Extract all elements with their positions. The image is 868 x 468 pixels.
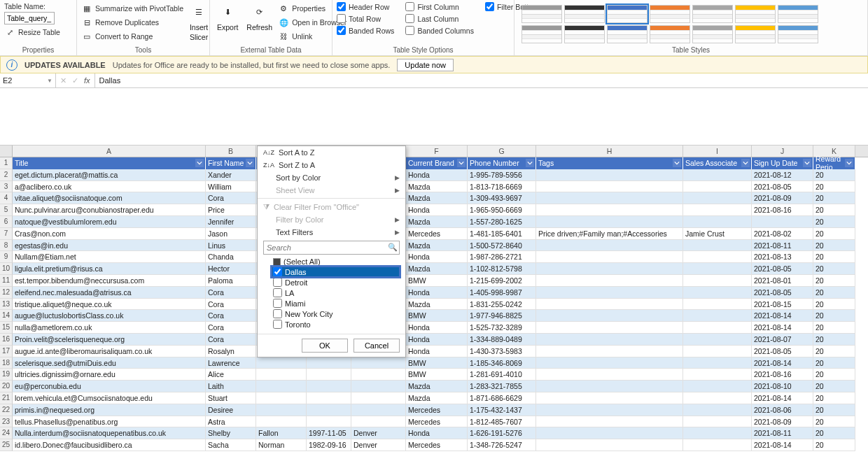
cell[interactable]: lorem.vehicula.et@Cumsociisnatoque.edu <box>13 392 206 404</box>
cell[interactable]: 2021-08-07 <box>752 334 813 346</box>
row-number[interactable]: 18 <box>0 357 13 369</box>
cell[interactable] <box>256 416 307 428</box>
cell[interactable]: Cora <box>206 192 256 204</box>
cell[interactable]: 2021-08-01 <box>752 275 813 287</box>
cell[interactable]: 1-185-346-8069 <box>468 357 536 369</box>
cell[interactable]: Honda <box>406 204 468 216</box>
cell[interactable]: 2021-08-13 <box>752 251 813 263</box>
cell[interactable]: 2021-08-05 <box>752 263 813 275</box>
cell[interactable]: 20 <box>813 181 855 193</box>
cell[interactable]: 2021-08-11 <box>752 240 813 252</box>
cell[interactable] <box>536 322 683 334</box>
cell[interactable]: 1-965-950-6669 <box>468 204 536 216</box>
table-header-cell[interactable]: Reward Perio <box>813 157 855 169</box>
style-swatch[interactable] <box>607 25 648 43</box>
cell[interactable] <box>683 346 752 357</box>
cell[interactable]: 2021-08-05 <box>752 287 813 299</box>
cell[interactable]: BMW <box>406 357 468 369</box>
row-number[interactable]: 12 <box>0 287 13 299</box>
cell[interactable]: Honda <box>406 251 468 263</box>
style-swatch[interactable] <box>650 5 690 23</box>
filter-search[interactable]: 🔍 <box>263 241 400 255</box>
column-header[interactable]: G <box>468 146 536 157</box>
filter-dropdown-icon[interactable] <box>246 159 254 167</box>
filter-dropdown-icon[interactable] <box>195 159 204 167</box>
cell[interactable]: eu@perconubia.edu <box>13 381 206 392</box>
column-header[interactable]: I <box>683 146 752 157</box>
cell[interactable]: ligula.elit.pretium@risus.ca <box>13 263 206 275</box>
last-col-checkbox[interactable]: Last Column <box>405 14 474 23</box>
cell[interactable]: 1-626-191-5276 <box>468 427 536 439</box>
cell[interactable]: 1-813-718-6669 <box>468 181 536 193</box>
cell[interactable] <box>536 381 683 392</box>
cell[interactable]: 20 <box>813 381 855 392</box>
cell[interactable]: ultricies.dignissim@ornare.edu <box>13 369 206 381</box>
cell[interactable]: 20 <box>813 404 855 416</box>
style-swatch[interactable] <box>607 5 648 23</box>
cell[interactable]: 1-309-493-9697 <box>468 192 536 204</box>
cell[interactable]: Rosalyn <box>206 346 256 357</box>
cell[interactable]: Jennifer <box>206 216 256 228</box>
cell[interactable]: Proin.velit@scelerisqueneque.org <box>13 334 206 346</box>
cell[interactable]: Mazda <box>406 216 468 228</box>
style-swatch[interactable] <box>692 5 733 23</box>
row-number[interactable]: 17 <box>0 346 13 357</box>
refresh-button[interactable]: ⟳Refresh <box>244 2 275 31</box>
cell[interactable]: Hector <box>206 263 256 275</box>
cell[interactable]: 20 <box>813 287 855 299</box>
cell[interactable]: BMW <box>406 310 468 322</box>
cell[interactable] <box>683 369 752 381</box>
cell[interactable] <box>351 416 406 428</box>
cell[interactable]: 20 <box>813 439 855 451</box>
cell[interactable] <box>351 381 406 392</box>
cell[interactable]: 1997-11-05 <box>307 427 351 439</box>
row-number[interactable]: 19 <box>0 369 13 381</box>
cell[interactable]: Chanda <box>206 251 256 263</box>
cell[interactable] <box>536 275 683 287</box>
cell[interactable]: id.libero.Donec@faucibusidlibero.ca <box>13 439 206 451</box>
cell[interactable]: natoque@vestibulumlorem.edu <box>13 216 206 228</box>
filter-dropdown-icon[interactable] <box>457 159 465 167</box>
cell[interactable]: Paloma <box>206 275 256 287</box>
cell[interactable] <box>683 275 752 287</box>
row-number[interactable]: 7 <box>0 228 13 240</box>
name-box[interactable]: E2 ▼ <box>0 73 56 87</box>
cell[interactable] <box>683 404 752 416</box>
cell[interactable]: Mazda <box>406 392 468 404</box>
cell[interactable] <box>683 204 752 216</box>
cell[interactable] <box>256 381 307 392</box>
enter-icon[interactable]: ✓ <box>72 76 78 85</box>
row-number[interactable]: 9 <box>0 251 13 263</box>
filter-dropdown-icon[interactable] <box>526 159 534 167</box>
cell[interactable]: Mazda <box>406 181 468 193</box>
cell[interactable]: 1-500-572-8640 <box>468 240 536 252</box>
cell[interactable]: Cora <box>206 299 256 311</box>
cell[interactable] <box>536 404 683 416</box>
header-row-checkbox[interactable]: Header Row <box>337 2 394 11</box>
cell[interactable] <box>536 204 683 216</box>
cell[interactable] <box>351 404 406 416</box>
cell[interactable] <box>536 357 683 369</box>
cell[interactable]: 20 <box>813 299 855 311</box>
cell[interactable] <box>536 334 683 346</box>
cell[interactable]: Mercedes <box>406 439 468 451</box>
remove-dupes-button[interactable]: ⊟Remove Duplicates <box>81 16 183 29</box>
cell[interactable]: Astra <box>206 416 256 428</box>
column-header[interactable]: A <box>13 146 206 157</box>
cell[interactable]: Xander <box>206 169 256 181</box>
filter-option[interactable]: Toronto <box>272 319 400 329</box>
cell[interactable]: Jason <box>206 228 256 240</box>
text-filters-button[interactable]: Text Filters▶ <box>258 226 405 239</box>
table-header-cell[interactable]: Sign Up Date <box>752 157 813 169</box>
cell[interactable]: 2021-08-14 <box>752 357 813 369</box>
cell[interactable]: 20 <box>813 204 855 216</box>
cell[interactable]: 20 <box>813 263 855 275</box>
row-number[interactable]: 23 <box>0 416 13 428</box>
style-gallery[interactable] <box>519 2 821 46</box>
filter-search-input[interactable] <box>263 241 400 255</box>
column-header[interactable]: J <box>752 146 813 157</box>
row-number[interactable]: 4 <box>0 192 13 204</box>
cell[interactable]: Denver <box>351 439 406 451</box>
cell[interactable] <box>536 439 683 451</box>
cell[interactable]: augue@luctuslobortisClass.co.uk <box>13 310 206 322</box>
